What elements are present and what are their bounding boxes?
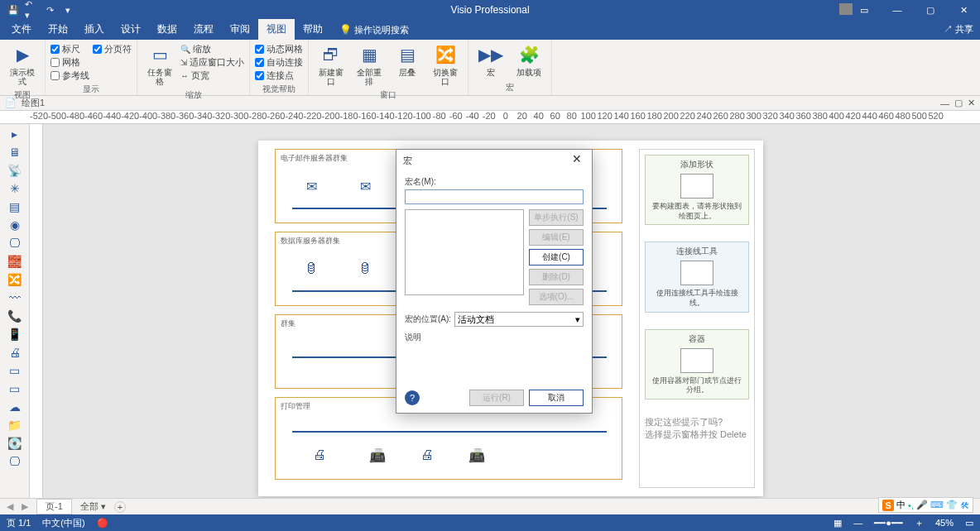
tab-review[interactable]: 审阅 bbox=[222, 19, 258, 40]
macro-location-select[interactable]: 活动文档▾ bbox=[454, 312, 584, 327]
switch-window-button[interactable]: 🔀切换窗口 bbox=[428, 41, 463, 88]
guides-checkbox[interactable]: 参考线 bbox=[50, 69, 89, 82]
cancel-button[interactable]: 取消 bbox=[529, 390, 584, 406]
next-page-icon[interactable]: ▶ bbox=[22, 501, 28, 512]
ime-punct-icon[interactable]: •, bbox=[908, 500, 914, 510]
shape-tablet-icon[interactable]: 📱 bbox=[7, 328, 23, 341]
mail-server-icon[interactable]: ✉ bbox=[300, 179, 322, 195]
ime-voice-icon[interactable]: 🎤 bbox=[916, 500, 928, 510]
prev-page-icon[interactable]: ◀ bbox=[7, 501, 13, 512]
qat-more-icon[interactable]: ▾ bbox=[61, 3, 74, 17]
shape-printer-icon[interactable]: 🖨 bbox=[7, 346, 23, 359]
tab-insert[interactable]: 插入 bbox=[76, 19, 113, 40]
page-width-button[interactable]: ↔ 页宽 bbox=[180, 69, 244, 82]
fit-page-icon[interactable]: ▭ bbox=[965, 518, 973, 529]
shape-rack-icon[interactable]: ▤ bbox=[7, 200, 23, 213]
all-pages-tab[interactable]: 全部 ▾ bbox=[80, 500, 106, 513]
task-pane-button[interactable]: ▭ 任务窗格 bbox=[142, 41, 177, 88]
user-avatar[interactable] bbox=[839, 3, 853, 15]
scanner-icon[interactable]: 📠 bbox=[367, 447, 388, 464]
share-button[interactable]: ↗ 共享 bbox=[944, 23, 973, 36]
cascade-button[interactable]: ▤层叠 bbox=[390, 41, 425, 79]
fax-icon[interactable]: 📠 bbox=[466, 447, 488, 464]
copier-icon[interactable]: 🖨 bbox=[416, 447, 438, 464]
edit-button[interactable]: 编辑(E) bbox=[529, 229, 584, 246]
ribbon-options-icon[interactable]: ▭ bbox=[848, 0, 881, 20]
database-icon[interactable]: 🛢 bbox=[354, 261, 376, 278]
conn-points-checkbox[interactable]: 连接点 bbox=[255, 69, 303, 82]
ime-toolbar[interactable]: S 中 •, 🎤 ⌨ 👕 🛠 bbox=[878, 497, 973, 513]
tab-help[interactable]: 帮助 bbox=[295, 19, 331, 40]
zoom-in-icon[interactable]: ＋ bbox=[915, 517, 924, 529]
shape-router-icon[interactable]: ◉ bbox=[7, 218, 23, 232]
shape-line-icon[interactable]: 〰 bbox=[7, 291, 23, 304]
ime-keyboard-icon[interactable]: ⌨ bbox=[930, 500, 944, 510]
fit-window-button[interactable]: ⇲ 适应窗口大小 bbox=[180, 56, 244, 69]
undo-icon[interactable]: ↶ ▾ bbox=[25, 3, 38, 17]
shape-display-icon[interactable]: 🖵 bbox=[7, 455, 23, 468]
doc-minimize-icon[interactable]: — bbox=[940, 98, 949, 108]
doc-restore-icon[interactable]: ▢ bbox=[954, 98, 963, 108]
macros-button[interactable]: ▶▶宏 bbox=[473, 41, 508, 79]
zoom-button[interactable]: 🔍 缩放 bbox=[180, 43, 244, 55]
create-button[interactable]: 创建(C) bbox=[529, 249, 584, 266]
maximize-icon[interactable]: ▢ bbox=[914, 0, 947, 20]
ime-tools-icon[interactable]: 🛠 bbox=[960, 500, 969, 510]
ime-mode[interactable]: 中 bbox=[896, 499, 906, 511]
zoom-out-icon[interactable]: — bbox=[853, 518, 862, 528]
shape-phone-icon[interactable]: 📞 bbox=[7, 309, 23, 323]
presentation-mode-button[interactable]: ▶ 演示模式 bbox=[5, 41, 40, 88]
shape-disk-icon[interactable]: 💽 bbox=[7, 437, 23, 450]
printer-icon[interactable]: 🖨 bbox=[309, 447, 330, 464]
view-mode-icon[interactable]: ▦ bbox=[833, 518, 842, 529]
ruler-checkbox[interactable]: 标尺 bbox=[50, 43, 89, 55]
tell-me[interactable]: 💡 操作说明搜索 bbox=[331, 21, 417, 40]
shape-wifi-icon[interactable]: 📡 bbox=[7, 164, 23, 177]
page-tab[interactable]: 页-1 bbox=[36, 499, 72, 514]
tab-view[interactable]: 视图 bbox=[258, 19, 295, 40]
dialog-close-icon[interactable]: ✕ bbox=[569, 152, 585, 169]
shape-star-icon[interactable]: ✳ bbox=[7, 182, 23, 195]
addons-button[interactable]: 🧩加载项 bbox=[512, 41, 546, 79]
shape-firewall-icon[interactable]: 🧱 bbox=[7, 255, 23, 268]
zoom-level[interactable]: 45% bbox=[935, 518, 954, 528]
shape-folder-icon[interactable]: 📁 bbox=[7, 419, 23, 432]
redo-icon[interactable]: ↷ bbox=[43, 3, 56, 17]
doc-close-icon[interactable]: ✕ bbox=[968, 98, 975, 108]
macro-list[interactable] bbox=[405, 209, 524, 295]
autoconnect-checkbox[interactable]: 自动连接 bbox=[255, 56, 303, 69]
shape-chevron-icon[interactable]: ▸ bbox=[7, 127, 23, 141]
step-button[interactable]: 单步执行(S) bbox=[529, 209, 584, 226]
grid-checkbox[interactable]: 网格 bbox=[50, 56, 89, 69]
run-button[interactable]: 运行(R) bbox=[469, 390, 524, 406]
shape-server-icon[interactable]: 🖥 bbox=[7, 146, 23, 159]
minimize-icon[interactable]: — bbox=[881, 0, 914, 20]
macro-name-input[interactable] bbox=[405, 189, 584, 204]
tab-data[interactable]: 数据 bbox=[149, 19, 185, 40]
tab-file[interactable]: 文件 bbox=[3, 19, 40, 40]
shape-switch-icon[interactable]: 🔀 bbox=[7, 273, 23, 286]
shape-cloud-icon[interactable]: ☁ bbox=[7, 400, 23, 414]
shape-more1-icon[interactable]: ▭ bbox=[7, 364, 23, 377]
save-icon[interactable]: 💾 bbox=[7, 3, 20, 17]
delete-button[interactable]: 删除(D) bbox=[529, 269, 584, 285]
pagebreaks-checkbox[interactable]: 分页符 bbox=[93, 43, 132, 55]
shape-more2-icon[interactable]: ▭ bbox=[7, 382, 23, 395]
options-button[interactable]: 选项(O)... bbox=[529, 289, 584, 305]
tab-process[interactable]: 流程 bbox=[185, 19, 222, 40]
help-icon[interactable]: ? bbox=[405, 390, 420, 405]
zoom-slider[interactable]: ━━●━━ bbox=[874, 518, 903, 529]
dynamic-grid-checkbox[interactable]: 动态网格 bbox=[255, 43, 303, 55]
database-icon[interactable]: 🛢 bbox=[300, 261, 322, 278]
shape-monitor-icon[interactable]: 🖵 bbox=[7, 237, 23, 250]
shapes-strip[interactable]: ▸ 🖥 📡 ✳ ▤ ◉ 🖵 🧱 🔀 〰 📞 📱 🖨 ▭ ▭ ☁ 📁 💽 🖵 bbox=[0, 124, 30, 498]
mail-server-icon[interactable]: ✉ bbox=[354, 179, 376, 195]
new-window-button[interactable]: 🗗新建窗口 bbox=[314, 41, 348, 88]
add-page-button[interactable]: + bbox=[114, 501, 126, 513]
macro-record-icon[interactable]: 🔴 bbox=[97, 518, 108, 529]
arrange-all-button[interactable]: ▦全部重排 bbox=[352, 41, 387, 88]
language-status[interactable]: 中文(中国) bbox=[42, 517, 84, 529]
close-icon[interactable]: ✕ bbox=[947, 0, 980, 20]
dialog-titlebar[interactable]: 宏 ✕ bbox=[396, 150, 592, 171]
tab-design[interactable]: 设计 bbox=[113, 19, 149, 40]
